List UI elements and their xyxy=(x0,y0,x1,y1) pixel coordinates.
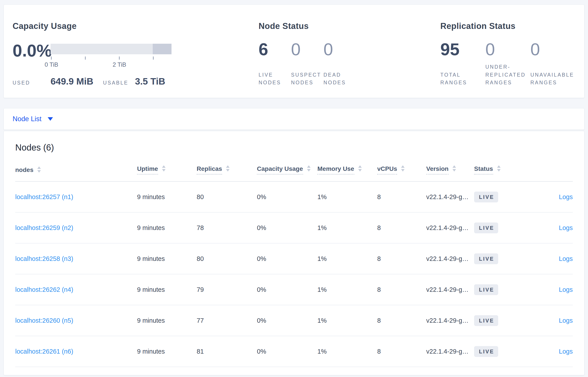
replicas-cell: 81 xyxy=(197,336,257,367)
status-badge: LIVE xyxy=(474,315,498,326)
logs-link[interactable]: Logs xyxy=(559,255,573,262)
logs-link[interactable]: Logs xyxy=(559,193,573,200)
unavailable-ranges-value: 0 xyxy=(530,41,576,58)
sort-icon xyxy=(307,165,311,172)
column-header-capacity-usage[interactable]: Capacity Usage xyxy=(257,162,318,181)
sort-icon xyxy=(497,165,501,172)
under-replicated-ranges-value: 0 xyxy=(485,41,530,58)
node-list-dropdown[interactable]: Node List xyxy=(12,115,53,123)
table-header-row: nodes Uptime Replicas Capacity Usage Mem… xyxy=(15,162,573,181)
logs-link[interactable]: Logs xyxy=(559,348,573,355)
capacity-bar xyxy=(50,44,172,54)
table-row: localhost:26257 (n1) 9 minutes 80 0% 1% … xyxy=(15,181,573,212)
usable-value: 3.5 TiB xyxy=(135,76,165,87)
table-row: localhost:26259 (n2) 9 minutes 78 0% 1% … xyxy=(15,212,573,243)
uptime-cell: 9 minutes xyxy=(137,243,197,274)
total-ranges-stat: 95 TOTAL RANGES xyxy=(440,41,485,87)
vcpus-cell: 8 xyxy=(377,212,426,243)
memory-cell: 1% xyxy=(318,243,377,274)
axis-tick-label: 2 TiB xyxy=(113,61,126,68)
column-header-label: Memory Use xyxy=(318,165,354,175)
replicas-cell: 77 xyxy=(197,305,257,336)
memory-cell: 1% xyxy=(318,181,377,212)
table-row: localhost:26262 (n4) 9 minutes 79 0% 1% … xyxy=(15,274,573,305)
capacity-cell: 0% xyxy=(257,305,318,336)
node-status-title: Node Status xyxy=(259,21,441,31)
table-row: localhost:26261 (n6) 9 minutes 81 0% 1% … xyxy=(15,336,573,367)
version-cell: v22.1.4-29-g… xyxy=(426,243,474,274)
capacity-cell: 0% xyxy=(257,212,318,243)
column-header-label: vCPUs xyxy=(377,165,397,175)
node-link[interactable]: localhost:26259 (n2) xyxy=(15,224,73,231)
suspect-nodes-label: SUSPECT NODES xyxy=(291,71,324,87)
nodes-table: nodes Uptime Replicas Capacity Usage Mem… xyxy=(15,162,573,367)
node-link[interactable]: localhost:26258 (n3) xyxy=(15,255,73,262)
sort-icon xyxy=(401,165,405,172)
replication-status-section: Replication Status 95 TOTAL RANGES 0 UND… xyxy=(440,21,576,87)
suspect-nodes-value: 0 xyxy=(291,41,324,58)
node-status-stats: 6 LIVE NODES 0 SUSPECT NODES 0 DEAD NODE… xyxy=(259,41,441,87)
used-label: USED xyxy=(12,80,50,86)
unavailable-ranges-stat: 0 UNAVAILABLE RANGES xyxy=(530,41,576,87)
version-cell: v22.1.4-29-g… xyxy=(426,181,474,212)
uptime-cell: 9 minutes xyxy=(137,305,197,336)
column-header-label: Version xyxy=(426,165,448,175)
column-header-replicas[interactable]: Replicas xyxy=(197,162,257,181)
unavailable-ranges-label: UNAVAILABLE RANGES xyxy=(530,71,576,87)
capacity-stats-row: USED 649.9 MiB USABLE 3.5 TiB xyxy=(12,76,259,87)
column-header-vcpus[interactable]: vCPUs xyxy=(377,162,426,181)
under-replicated-ranges-stat: 0 UNDER-REPLICATED RANGES xyxy=(485,41,530,87)
replication-stats: 95 TOTAL RANGES 0 UNDER-REPLICATED RANGE… xyxy=(440,41,576,87)
axis-tick xyxy=(51,57,52,59)
memory-cell: 1% xyxy=(318,305,377,336)
node-link[interactable]: localhost:26260 (n5) xyxy=(15,317,73,324)
axis-tick-label: 0 TiB xyxy=(45,61,58,68)
column-header-label: Replicas xyxy=(197,165,222,175)
dead-nodes-label: DEAD NODES xyxy=(324,71,356,87)
nodes-table-card: Nodes (6) nodes Uptime Replicas xyxy=(3,131,585,375)
sort-icon xyxy=(452,165,456,172)
capacity-bar-block: 0 TiB 2 TiB xyxy=(50,44,172,68)
column-header-label: Uptime xyxy=(137,165,158,175)
version-cell: v22.1.4-29-g… xyxy=(426,305,474,336)
live-nodes-label: LIVE NODES xyxy=(259,71,291,87)
cluster-overview-page: Capacity Usage 0.0% 0 TiB 2 TiB xyxy=(0,0,588,375)
column-header-memory-use[interactable]: Memory Use xyxy=(318,162,377,181)
logs-link[interactable]: Logs xyxy=(559,317,573,324)
status-badge: LIVE xyxy=(474,223,498,233)
column-header-version[interactable]: Version xyxy=(426,162,474,181)
uptime-cell: 9 minutes xyxy=(137,336,197,367)
node-link[interactable]: localhost:26257 (n1) xyxy=(15,193,73,200)
replication-status-title: Replication Status xyxy=(440,21,576,31)
usable-label: USABLE xyxy=(103,80,129,86)
version-cell: v22.1.4-29-g… xyxy=(426,212,474,243)
chevron-down-icon xyxy=(48,117,53,121)
capacity-axis-ticks xyxy=(50,57,172,59)
live-nodes-value: 6 xyxy=(259,41,291,58)
node-status-section: Node Status 6 LIVE NODES 0 SUSPECT NODES… xyxy=(259,21,441,87)
capacity-axis-labels: 0 TiB 2 TiB xyxy=(50,61,172,68)
uptime-cell: 9 minutes xyxy=(137,181,197,212)
column-header-nodes[interactable]: nodes xyxy=(15,162,137,181)
status-badge: LIVE xyxy=(474,253,498,264)
capacity-usage-section: Capacity Usage 0.0% 0 TiB 2 TiB xyxy=(12,21,259,87)
sort-icon xyxy=(162,165,165,172)
table-row: localhost:26258 (n3) 9 minutes 80 0% 1% … xyxy=(15,243,573,274)
column-header-uptime[interactable]: Uptime xyxy=(137,162,197,181)
replicas-cell: 80 xyxy=(197,181,257,212)
vcpus-cell: 8 xyxy=(377,181,426,212)
node-link[interactable]: localhost:26261 (n6) xyxy=(15,348,73,355)
logs-link[interactable]: Logs xyxy=(559,286,573,293)
logs-link[interactable]: Logs xyxy=(559,224,573,231)
node-link[interactable]: localhost:26262 (n4) xyxy=(15,286,73,293)
view-selector-bar: Node List xyxy=(3,108,585,130)
under-replicated-ranges-label: UNDER-REPLICATED RANGES xyxy=(485,63,530,87)
memory-cell: 1% xyxy=(318,274,377,305)
sort-icon xyxy=(226,165,230,172)
column-header-status[interactable]: Status xyxy=(474,162,522,181)
axis-tick xyxy=(153,57,154,59)
dead-nodes-value: 0 xyxy=(324,41,356,58)
node-list-dropdown-label: Node List xyxy=(12,115,42,123)
table-row: localhost:26260 (n5) 9 minutes 77 0% 1% … xyxy=(15,305,573,336)
axis-tick xyxy=(85,57,86,59)
